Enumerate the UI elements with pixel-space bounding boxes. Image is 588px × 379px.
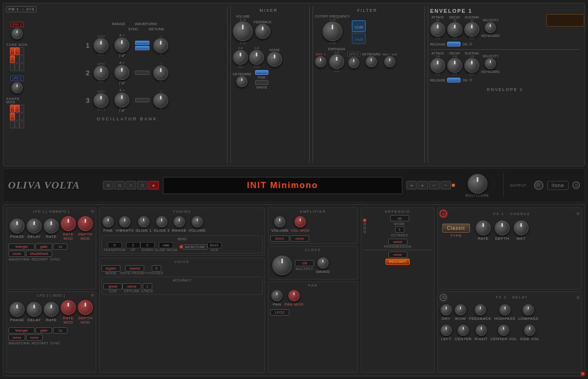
- btn-copy[interactable]: ⊟: [114, 181, 125, 190]
- chorus-classic-btn[interactable]: Classic: [442, 224, 469, 233]
- accuracy-offline-val[interactable]: same: [122, 283, 141, 289]
- multicore-knob[interactable]: [468, 174, 487, 194]
- clock-val[interactable]: 1/8: [295, 260, 314, 266]
- lfo2-rate-knob[interactable]: [44, 302, 59, 317]
- fx2-centervol-knob[interactable]: [498, 325, 509, 336]
- env2-sustain-knob[interactable]: [464, 58, 479, 73]
- lfo1-sync-val[interactable]: 1s: [53, 244, 67, 250]
- lfo2-mod2-val[interactable]: none: [26, 334, 43, 341]
- osc1-detune-knob[interactable]: [153, 38, 168, 53]
- fx2-lowpass-knob[interactable]: [523, 304, 534, 316]
- tuning-volume-knob[interactable]: [192, 216, 203, 227]
- env1-release-btn[interactable]: [447, 42, 460, 46]
- filter-cutoff-knob[interactable]: [322, 21, 342, 41]
- arp-mode-val[interactable]: up: [390, 215, 409, 221]
- btn-undo[interactable]: ↩: [429, 181, 440, 190]
- lfo1-waveform-val[interactable]: triangle: [9, 244, 35, 250]
- voice-voices-val[interactable]: 6: [152, 265, 161, 271]
- osc1-sync-btn2[interactable]: [135, 46, 149, 50]
- osc-lfo2-knob[interactable]: [11, 82, 23, 93]
- osc1-wave-knob[interactable]: [114, 37, 129, 53]
- osc1-sync-btn1[interactable]: [135, 41, 149, 45]
- tuning-glide2-knob[interactable]: [156, 216, 167, 227]
- env1-velocity-knob[interactable]: [485, 22, 496, 33]
- microtune-btn[interactable]: MICROTUNE: [183, 244, 207, 250]
- voice-priority-val[interactable]: lowest: [125, 265, 144, 271]
- fx2-wow-knob[interactable]: [455, 304, 466, 316]
- mixer-feedback-knob[interactable]: [255, 24, 270, 39]
- fx1-wet-knob[interactable]: [514, 220, 529, 235]
- btn-camera[interactable]: ⊡: [137, 181, 147, 190]
- osc2-wave-knob[interactable]: [114, 65, 129, 80]
- tuning-glide1-knob[interactable]: [138, 216, 149, 227]
- lfo1-mod1-val[interactable]: none: [9, 251, 25, 257]
- env2-release-btn[interactable]: [447, 78, 460, 82]
- gear-button[interactable]: ⚙: [572, 181, 580, 189]
- bend-down-val[interactable]: 2: [140, 242, 155, 248]
- btn-prev[interactable]: ◄: [406, 181, 417, 190]
- arp-restart-btn[interactable]: RESTART: [386, 259, 410, 265]
- db24-btn[interactable]: 24dB: [352, 33, 366, 44]
- mixer-noise-knob[interactable]: [267, 52, 282, 67]
- osc2-sync-btn1[interactable]: [135, 71, 149, 75]
- tuning-range-knob[interactable]: [174, 216, 185, 227]
- lfo1-restart-val[interactable]: gate: [36, 244, 52, 250]
- btn-save[interactable]: ⊞: [103, 181, 113, 190]
- white-btn[interactable]: [255, 80, 268, 85]
- mixer-osc2-knob[interactable]: [249, 50, 264, 65]
- filter-emphasis-knob[interactable]: [329, 54, 344, 69]
- lfo1-depthmod-knob[interactable]: [78, 216, 93, 231]
- accuracy-live-val[interactable]: great: [103, 283, 122, 289]
- fx2-center-knob[interactable]: [458, 325, 469, 336]
- lfo2-mod1-val[interactable]: none: [9, 334, 25, 341]
- osc3-detune-knob[interactable]: [153, 93, 168, 108]
- lfo1-mod2-val[interactable]: ModWheel: [26, 251, 52, 257]
- btn-redo[interactable]: ↪: [441, 181, 451, 190]
- mixer-volume-knob[interactable]: [233, 21, 253, 41]
- osc3-wave-knob[interactable]: [114, 92, 129, 108]
- arp-octaves-val[interactable]: 1: [395, 226, 404, 233]
- fx2-sidevol-knob[interactable]: [524, 325, 535, 336]
- lfo1-rate-knob[interactable]: [44, 218, 59, 234]
- filter-lfo2-knob[interactable]: [348, 57, 359, 68]
- filter-fmvcf-knob[interactable]: [384, 56, 395, 67]
- vca-none-select[interactable]: none: [290, 235, 309, 242]
- env2-attack-knob[interactable]: [430, 58, 445, 73]
- filter-env2-knob[interactable]: [315, 56, 326, 67]
- osc2-range-knob[interactable]: [93, 65, 109, 81]
- env2-velocity-knob[interactable]: [485, 58, 496, 69]
- osc-fm-env2-knob[interactable]: [11, 28, 23, 39]
- arp-progression-val[interactable]: serial: [388, 239, 407, 245]
- voice-mode-val[interactable]: legato: [101, 265, 120, 271]
- mixer-keyboard-knob[interactable]: [236, 76, 248, 87]
- amp-volmod-knob[interactable]: [294, 216, 306, 227]
- db12-btn[interactable]: 12dB: [352, 20, 366, 32]
- env1-sustain-knob[interactable]: [464, 22, 479, 37]
- lfo2-delay-knob[interactable]: [27, 302, 42, 317]
- fx1-power-btn[interactable]: ⏻: [440, 210, 447, 217]
- btn-rec[interactable]: ■: [148, 181, 159, 190]
- globe-icon[interactable]: [534, 180, 543, 190]
- lfo2-phase-knob[interactable]: [9, 302, 25, 317]
- glide-mode-rate[interactable]: rate: [159, 242, 173, 248]
- lfo2-restart-val[interactable]: gate: [36, 327, 52, 334]
- transpose-val[interactable]: 0: [108, 242, 122, 248]
- arp-none-val[interactable]: none: [388, 252, 407, 258]
- lfo1-ratemod-knob[interactable]: [61, 216, 76, 231]
- lfo2-depthmod-knob[interactable]: [78, 300, 93, 315]
- lfo1-delay-knob[interactable]: [27, 218, 42, 234]
- fx2-right-knob[interactable]: [476, 325, 487, 336]
- lfo2-sync-val[interactable]: 1s: [53, 327, 67, 334]
- vca-select[interactable]: Env1: [207, 242, 221, 248]
- pink-btn[interactable]: [255, 70, 268, 75]
- fx2-dry-knob[interactable]: [441, 304, 452, 316]
- osc3-sync-btn[interactable]: [135, 98, 149, 102]
- pan-knob[interactable]: [271, 290, 283, 301]
- env2-decay-knob[interactable]: [447, 58, 462, 73]
- pan-lfo2-val[interactable]: LFO2: [270, 309, 289, 316]
- clock-swing-knob[interactable]: [317, 257, 329, 269]
- pan-mod-knob[interactable]: [288, 290, 300, 301]
- fx2-left-knob[interactable]: [441, 325, 452, 336]
- amp-volume-knob[interactable]: [274, 216, 285, 227]
- btn-next[interactable]: ►: [418, 181, 428, 190]
